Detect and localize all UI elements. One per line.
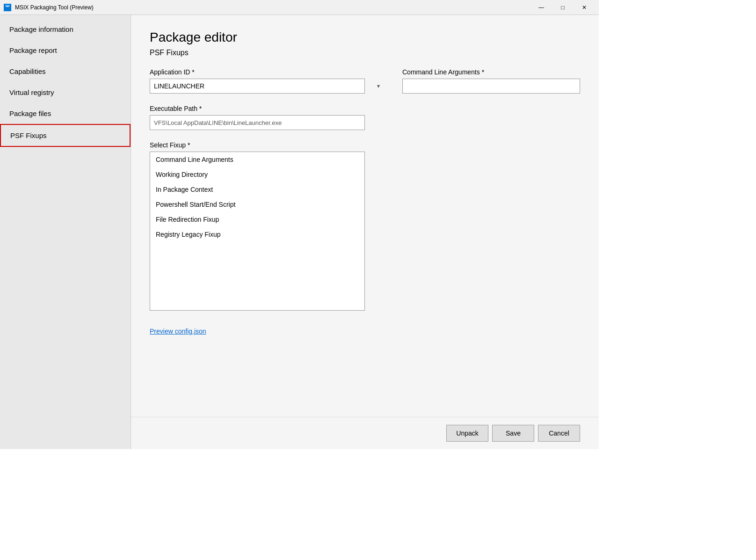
cancel-button[interactable]: Cancel <box>538 425 580 442</box>
form-right: Command Line Arguments * <box>402 68 580 406</box>
fixup-item-registry-legacy[interactable]: Registry Legacy Fixup <box>150 227 364 242</box>
application-id-label: Application ID * <box>150 68 384 76</box>
executable-path-label: Executable Path * <box>150 105 384 112</box>
application-id-group: Application ID * LINELAUNCHER ▾ <box>150 68 384 94</box>
fixup-item-in-package-context[interactable]: In Package Context <box>150 182 364 197</box>
section-title: PSF Fixups <box>150 49 580 57</box>
maximize-button[interactable]: □ <box>552 0 574 15</box>
sidebar: Package information Package report Capab… <box>0 15 131 449</box>
fixup-item-file-redirection[interactable]: File Redirection Fixup <box>150 212 364 227</box>
app-title: MSIX Packaging Tool (Preview) <box>15 4 527 11</box>
executable-path-input[interactable] <box>150 115 365 130</box>
sidebar-item-package-information[interactable]: Package information <box>0 19 131 40</box>
select-fixup-group: Select Fixup * Command Line Arguments Wo… <box>150 141 384 311</box>
select-arrow-icon: ▾ <box>377 83 380 89</box>
title-bar: MSIX Packaging Tool (Preview) — □ ✕ <box>0 0 599 15</box>
svg-rect-2 <box>6 6 9 7</box>
fixup-item-working-directory[interactable]: Working Directory <box>150 167 364 182</box>
form-left: Application ID * LINELAUNCHER ▾ Executab… <box>150 68 384 406</box>
preview-config-link[interactable]: Preview config.json <box>150 327 206 335</box>
select-fixup-label: Select Fixup * <box>150 141 384 149</box>
main-content: Package editor PSF Fixups Application ID… <box>131 15 599 417</box>
close-button[interactable]: ✕ <box>574 0 595 15</box>
unpack-button[interactable]: Unpack <box>446 425 488 442</box>
page-title: Package editor <box>150 30 580 45</box>
window-controls: — □ ✕ <box>531 0 595 15</box>
minimize-button[interactable]: — <box>531 0 552 15</box>
fixup-list: Command Line Arguments Working Directory… <box>150 152 365 311</box>
application-id-select-wrapper: LINELAUNCHER ▾ <box>150 79 384 94</box>
sidebar-item-capabilities[interactable]: Capabilities <box>0 61 131 82</box>
sidebar-item-psf-fixups[interactable]: PSF Fixups <box>0 124 131 147</box>
bottom-bar: Unpack Save Cancel <box>131 417 599 449</box>
command-line-args-label: Command Line Arguments * <box>402 68 580 76</box>
sidebar-item-virtual-registry[interactable]: Virtual registry <box>0 82 131 103</box>
command-line-args-group: Command Line Arguments * <box>402 68 580 94</box>
app-icon <box>4 4 11 11</box>
executable-path-group: Executable Path * <box>150 105 384 130</box>
fixup-item-powershell-script[interactable]: Powershell Start/End Script <box>150 197 364 212</box>
save-button[interactable]: Save <box>492 425 534 442</box>
command-line-args-input[interactable] <box>402 79 580 94</box>
sidebar-item-package-report[interactable]: Package report <box>0 40 131 61</box>
fixup-item-command-line-arguments[interactable]: Command Line Arguments <box>150 152 364 167</box>
application-id-select[interactable]: LINELAUNCHER <box>150 79 365 94</box>
sidebar-item-package-files[interactable]: Package files <box>0 103 131 124</box>
